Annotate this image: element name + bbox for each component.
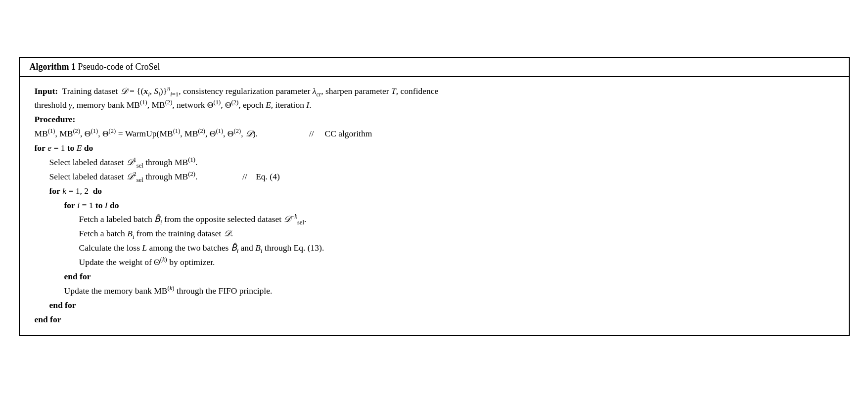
procedure-label: Procedure: [35,112,834,127]
calc-loss-content: Calculate the loss L among the two batch… [79,241,324,255]
warmup-content: MB(1), MB(2), Θ(1), Θ(2) = WarmUp(MB(1),… [35,127,372,141]
end-for-e-text: end for [35,312,61,327]
select-1-content: Select labeled dataset 𝒟1sel through MB(… [49,155,198,170]
for-i-content: i = 1 to I do [75,198,119,213]
fetch-batch-content: Fetch a batch Bi from the training datas… [79,226,233,241]
end-for-inner: end for [64,269,834,284]
select-1-line: Select labeled dataset 𝒟1sel through MB(… [49,155,834,170]
end-for-k-text: end for [49,298,76,312]
update-mb-content: Update the memory bank MB(k) through the… [64,284,273,298]
update-weight-content: Update the weight of Θ(k) by optimizer. [79,255,215,269]
input-label: Input: [35,84,58,98]
input-content-2: threshold γ, memory bank MB(1), MB(2), n… [35,98,312,112]
end-for-inner-text: end for [64,269,91,284]
algorithm-title: Pseudo-code of CroSel [78,62,160,72]
for-i-line: for i = 1 to I do [64,198,834,213]
for-e-content: e = 1 to E do [46,141,93,155]
update-weight-line: Update the weight of Θ(k) by optimizer. [79,255,834,269]
for-k-line: for k = 1, 2 do [49,184,834,198]
select-2-line: Select labeled dataset 𝒟2sel through MB(… [49,170,834,184]
for-i-text: for [64,198,75,213]
warmup-line: MB(1), MB(2), Θ(1), Θ(2) = WarmUp(MB(1),… [35,127,834,141]
input-line-2: threshold γ, memory bank MB(1), MB(2), n… [35,98,834,112]
fetch-labeled-content: Fetch a labeled batch B̂i from the oppos… [79,212,307,226]
end-for-e: end for [35,312,834,327]
for-k-text: for [49,184,60,198]
for-e-line: for e = 1 to E do [35,141,834,155]
fetch-batch-line: Fetch a batch Bi from the training datas… [79,226,834,241]
for-k-content: k = 1, 2 do [60,184,102,198]
procedure-text: Procedure: [35,112,76,127]
algorithm-header: Algorithm 1 Pseudo-code of CroSel [20,58,849,77]
algorithm-box: Algorithm 1 Pseudo-code of CroSel Input:… [19,57,850,337]
algorithm-number: Algorithm 1 [30,62,76,72]
input-content: Training dataset 𝒟 = {(xi, Si)}ni=1, con… [58,84,438,98]
end-for-k: end for [49,298,834,312]
for-e-text: for [35,141,46,155]
select-2-content: Select labeled dataset 𝒟2sel through MB(… [49,170,280,184]
algorithm-body: Input: Training dataset 𝒟 = {(xi, Si)}ni… [20,77,849,336]
input-line: Input: Training dataset 𝒟 = {(xi, Si)}ni… [35,84,834,98]
calc-loss-line: Calculate the loss L among the two batch… [79,241,834,255]
update-mb-line: Update the memory bank MB(k) through the… [64,284,834,298]
fetch-labeled-line: Fetch a labeled batch B̂i from the oppos… [79,212,834,226]
